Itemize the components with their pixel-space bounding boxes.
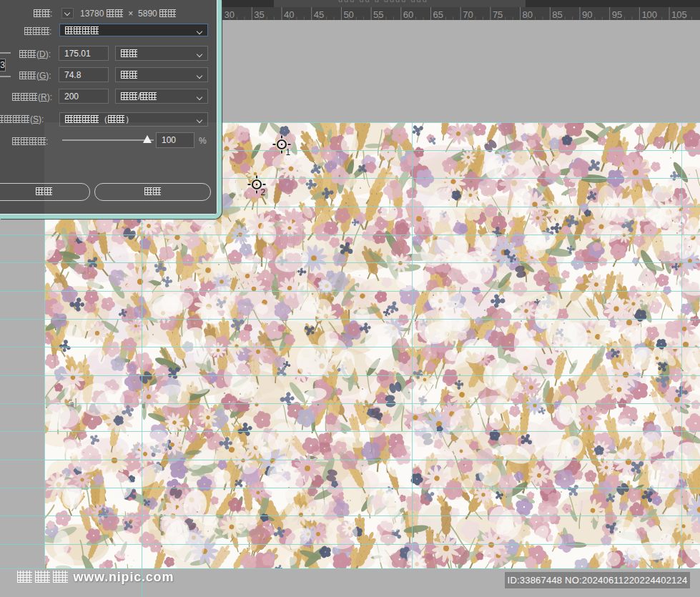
svg-text:70: 70 xyxy=(463,9,473,20)
svg-text:85: 85 xyxy=(552,9,562,20)
svg-text:90: 90 xyxy=(582,9,592,20)
svg-text:75: 75 xyxy=(493,9,503,20)
svg-text:45: 45 xyxy=(314,9,324,20)
svg-text:65: 65 xyxy=(433,9,443,20)
svg-text:30: 30 xyxy=(225,9,235,20)
svg-text:55: 55 xyxy=(373,9,383,20)
svg-text:80: 80 xyxy=(523,9,533,20)
svg-text:40: 40 xyxy=(284,9,294,20)
svg-text:95: 95 xyxy=(612,9,622,20)
svg-text:105: 105 xyxy=(671,9,687,20)
svg-text:100: 100 xyxy=(641,9,657,20)
svg-text:50: 50 xyxy=(343,9,353,20)
svg-text:35: 35 xyxy=(254,9,264,20)
svg-text:60: 60 xyxy=(403,9,413,20)
